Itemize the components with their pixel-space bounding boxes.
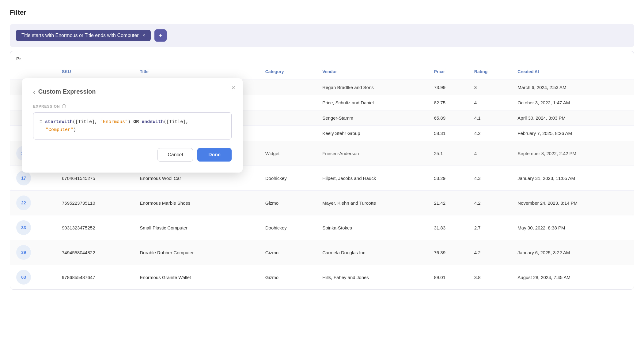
cell-price: 58.31 bbox=[428, 126, 468, 141]
filter-chip-close-icon[interactable]: × bbox=[142, 33, 145, 38]
cell-rating: 4.3 bbox=[468, 166, 512, 191]
cell-title: Durable Rubber Computer bbox=[134, 240, 259, 265]
modal-header: ‹ Custom Expression bbox=[33, 88, 232, 95]
cell-vendor: Carmela Douglas Inc bbox=[316, 240, 428, 265]
expr-or-op: OR bbox=[133, 119, 139, 125]
cell-price: 82.75 bbox=[428, 95, 468, 110]
table-row: 63 9786855487647 Enormous Granite Wallet… bbox=[10, 265, 634, 290]
cell-title: Small Plastic Computer bbox=[134, 215, 259, 240]
cell-id: 39 bbox=[10, 240, 56, 265]
table-header-row: SKU Title Category Vendor Price Rating C… bbox=[10, 64, 634, 80]
cell-rating: 3 bbox=[468, 80, 512, 95]
cell-category: Gizmo bbox=[259, 240, 316, 265]
filter-bar: Title starts with Enormous or Title ends… bbox=[10, 24, 634, 47]
expr-equals: = bbox=[40, 119, 45, 125]
modal-back-button[interactable]: ‹ bbox=[33, 89, 35, 95]
cell-created-at: August 28, 2024, 7:45 AM bbox=[511, 265, 634, 290]
cell-category: Gizmo bbox=[259, 191, 316, 215]
pr-label: Pr bbox=[16, 56, 21, 61]
done-button[interactable]: Done bbox=[197, 148, 232, 162]
cell-category bbox=[259, 95, 316, 110]
cell-vendor: Hills, Fahey and Jones bbox=[316, 265, 428, 290]
cell-price: 53.29 bbox=[428, 166, 468, 191]
cell-category bbox=[259, 110, 316, 126]
cell-price: 25.1 bbox=[428, 141, 468, 166]
cell-created-at: May 30, 2022, 8:38 PM bbox=[511, 215, 634, 240]
cancel-button[interactable]: Cancel bbox=[157, 148, 193, 162]
table-header-area: Pr bbox=[10, 51, 634, 64]
cell-created-at: April 30, 2024, 3:03 PM bbox=[511, 110, 634, 126]
cell-category: Gizmo bbox=[259, 265, 316, 290]
cell-sku: 9786855487647 bbox=[56, 265, 134, 290]
cell-vendor: Mayer, Kiehn and Turcotte bbox=[316, 191, 428, 215]
custom-expression-modal: × ‹ Custom Expression EXPRESSION ⓘ = sta… bbox=[22, 78, 243, 173]
cell-category bbox=[259, 80, 316, 95]
page-title: Filter bbox=[10, 9, 634, 17]
row-id-badge: 63 bbox=[16, 270, 31, 285]
modal-close-button[interactable]: × bbox=[231, 84, 235, 92]
expr-fn1: startsWith bbox=[45, 119, 73, 125]
cell-created-at: January 31, 2023, 11:05 AM bbox=[511, 166, 634, 191]
filter-chip[interactable]: Title starts with Enormous or Title ends… bbox=[16, 30, 151, 41]
cell-id: 33 bbox=[10, 215, 56, 240]
cell-price: 65.89 bbox=[428, 110, 468, 126]
col-category: Category bbox=[259, 64, 316, 80]
table-row: 39 7494558044822 Durable Rubber Computer… bbox=[10, 240, 634, 265]
cell-rating: 4 bbox=[468, 141, 512, 166]
cell-vendor: Senger-Stamm bbox=[316, 110, 428, 126]
expression-code-box[interactable]: = startsWith([Title], "Enormous") OR end… bbox=[33, 112, 232, 140]
cell-price: 21.42 bbox=[428, 191, 468, 215]
modal-actions: Cancel Done bbox=[33, 148, 232, 162]
expression-info-icon: ⓘ bbox=[62, 104, 66, 109]
cell-category: Widget bbox=[259, 141, 316, 166]
cell-sku: 7595223735110 bbox=[56, 191, 134, 215]
table-row: 22 7595223735110 Enormous Marble Shoes G… bbox=[10, 191, 634, 215]
cell-id: 22 bbox=[10, 191, 56, 215]
layout: Pr SKU Title Category Vendor Price Ratin… bbox=[10, 51, 634, 290]
row-id-badge: 39 bbox=[16, 245, 31, 260]
col-title: Title bbox=[134, 64, 259, 80]
row-id-badge: 22 bbox=[16, 196, 31, 210]
cell-category bbox=[259, 126, 316, 141]
table-row: 33 9031323475252 Small Plastic Computer … bbox=[10, 215, 634, 240]
cell-title: Enormous Marble Shoes bbox=[134, 191, 259, 215]
cell-price: 76.39 bbox=[428, 240, 468, 265]
col-vendor[interactable]: Vendor bbox=[316, 64, 428, 80]
row-id-badge: 17 bbox=[16, 171, 31, 185]
row-id-badge: 33 bbox=[16, 220, 31, 235]
cell-rating: 4 bbox=[468, 95, 512, 110]
modal-title: Custom Expression bbox=[38, 88, 96, 95]
cell-rating: 2.7 bbox=[468, 215, 512, 240]
cell-sku: 9031323475252 bbox=[56, 215, 134, 240]
page-wrapper: Filter Title starts with Enormous or Tit… bbox=[0, 0, 644, 339]
cell-id: 63 bbox=[10, 265, 56, 290]
expr-fn2: endsWith bbox=[142, 119, 164, 125]
cell-vendor: Hilpert, Jacobs and Hauck bbox=[316, 166, 428, 191]
cell-created-at: March 6, 2024, 2:53 AM bbox=[511, 80, 634, 95]
col-rating[interactable]: Rating bbox=[468, 64, 512, 80]
cell-created-at: September 8, 2022, 2:42 PM bbox=[511, 141, 634, 166]
cell-price: 89.01 bbox=[428, 265, 468, 290]
table-head: SKU Title Category Vendor Price Rating C… bbox=[10, 64, 634, 80]
cell-created-at: November 24, 2023, 8:14 PM bbox=[511, 191, 634, 215]
cell-created-at: February 7, 2025, 8:26 AM bbox=[511, 126, 634, 141]
cell-vendor: Spinka-Stokes bbox=[316, 215, 428, 240]
col-id bbox=[10, 64, 56, 80]
col-price[interactable]: Price bbox=[428, 64, 468, 80]
cell-price: 31.83 bbox=[428, 215, 468, 240]
cell-sku: 7494558044822 bbox=[56, 240, 134, 265]
col-sku: SKU bbox=[56, 64, 134, 80]
cell-rating: 4.2 bbox=[468, 191, 512, 215]
cell-category: Doohickey bbox=[259, 166, 316, 191]
filter-add-button[interactable]: + bbox=[154, 29, 167, 42]
cell-vendor: Regan Bradtke and Sons bbox=[316, 80, 428, 95]
cell-vendor: Keely Stehr Group bbox=[316, 126, 428, 141]
cell-created-at: January 6, 2025, 3:22 AM bbox=[511, 240, 634, 265]
col-created-at[interactable]: Created At bbox=[511, 64, 634, 80]
cell-vendor: Price, Schultz and Daniel bbox=[316, 95, 428, 110]
cell-vendor: Friesen-Anderson bbox=[316, 141, 428, 166]
cell-price: 73.99 bbox=[428, 80, 468, 95]
cell-created-at: October 3, 2022, 1:47 AM bbox=[511, 95, 634, 110]
filter-chip-label: Title starts with Enormous or Title ends… bbox=[21, 33, 139, 38]
cell-rating: 4.2 bbox=[468, 126, 512, 141]
